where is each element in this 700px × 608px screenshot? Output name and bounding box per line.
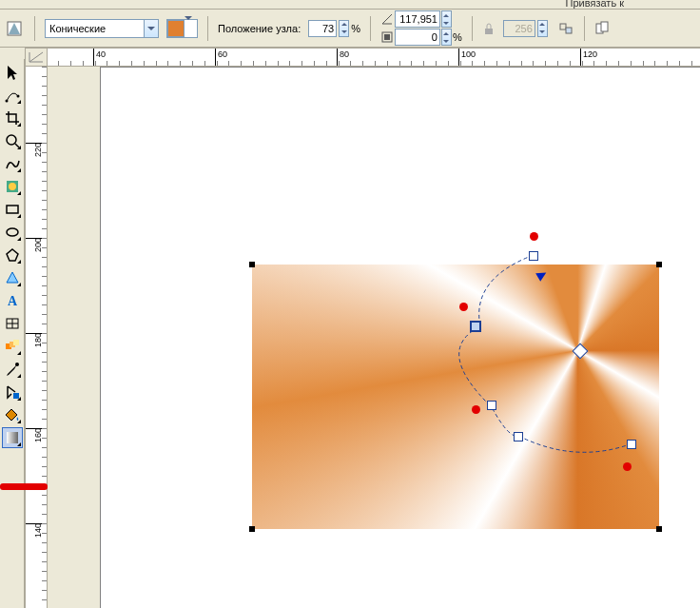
- svg-rect-3: [485, 29, 493, 34]
- divider: [34, 16, 35, 41]
- fill-type-dropdown[interactable]: Конические: [45, 19, 159, 38]
- svg-rect-2: [384, 34, 390, 40]
- horizontal-ruler: 406080100120140: [48, 48, 700, 67]
- fill-type-text: Конические: [46, 23, 144, 34]
- svg-rect-4: [560, 24, 566, 29]
- midpoint-handle[interactable]: [530, 232, 538, 241]
- svg-point-8: [5, 100, 8, 103]
- canvas-area[interactable]: [48, 67, 700, 608]
- interactive-fill-tool[interactable]: [2, 427, 23, 448]
- svg-point-15: [7, 228, 18, 236]
- steps-spinner: [537, 20, 548, 37]
- basic-shapes-tool[interactable]: [2, 267, 23, 288]
- selection-handle[interactable]: [249, 526, 255, 532]
- node-position-label: Положение узла:: [218, 23, 301, 34]
- node-position-spinner[interactable]: [339, 20, 349, 37]
- freehand-tool[interactable]: [2, 153, 23, 174]
- node-position-group: %: [308, 20, 360, 37]
- midpoint-handle[interactable]: [459, 303, 468, 311]
- x-spinner[interactable]: [441, 10, 452, 28]
- lock-icon[interactable]: [482, 22, 496, 35]
- rectangle-tool[interactable]: [2, 199, 23, 220]
- svg-point-9: [16, 95, 19, 98]
- menu-bar-fragment: Привязать к: [0, 0, 700, 10]
- divider: [207, 16, 208, 41]
- percent-label-2: %: [453, 31, 462, 43]
- xy-position-group: %: [380, 10, 462, 46]
- chevron-down-icon[interactable]: [144, 20, 158, 37]
- gradient-node[interactable]: [514, 432, 523, 441]
- toolbox: A: [0, 59, 25, 608]
- svg-point-23: [15, 363, 19, 366]
- annotation-mark: [0, 483, 48, 490]
- svg-point-10: [7, 135, 16, 145]
- smart-fill-tool[interactable]: [2, 176, 23, 197]
- pad-icon: [380, 30, 394, 44]
- svg-text:A: A: [8, 294, 18, 308]
- fill-color-picker[interactable]: [166, 19, 198, 38]
- gradient-node[interactable]: [529, 251, 538, 261]
- snap-label: Привязать к: [566, 0, 624, 9]
- crop-tool[interactable]: [2, 108, 23, 128]
- selection-handle[interactable]: [249, 262, 255, 267]
- zoom-tool[interactable]: [2, 130, 23, 151]
- gradient-node-selected[interactable]: [470, 321, 481, 332]
- gradient-node[interactable]: [487, 401, 496, 410]
- ruler-origin[interactable]: [25, 48, 48, 67]
- y-spinner[interactable]: [441, 29, 452, 46]
- pick-tool[interactable]: [2, 62, 23, 83]
- fill-tool[interactable]: [2, 404, 23, 425]
- angle-icon: [380, 12, 394, 26]
- node-position-input[interactable]: [308, 20, 337, 37]
- color-swatch: [167, 20, 185, 37]
- selection-handle[interactable]: [656, 262, 662, 267]
- svg-rect-5: [566, 28, 572, 33]
- divider: [370, 16, 371, 41]
- edit-fill-icon[interactable]: [4, 18, 25, 39]
- selection-handle[interactable]: [656, 526, 662, 532]
- gradient-fill: [252, 265, 659, 529]
- divider: [584, 16, 585, 41]
- outline-tool[interactable]: [2, 382, 23, 402]
- table-tool[interactable]: [2, 313, 23, 334]
- svg-point-13: [9, 183, 16, 190]
- x-input[interactable]: [395, 10, 440, 28]
- percent-label: %: [351, 23, 360, 34]
- gradient-node[interactable]: [627, 440, 636, 449]
- eyedropper-tool[interactable]: [2, 359, 23, 380]
- ellipse-tool[interactable]: [2, 222, 23, 243]
- blend-tool[interactable]: [2, 336, 23, 357]
- shape-tool[interactable]: [2, 85, 23, 106]
- polygon-tool[interactable]: [2, 245, 23, 265]
- svg-rect-7: [601, 22, 608, 31]
- property-bar: Конические Положение узла: % %: [0, 10, 700, 48]
- chevron-down-icon[interactable]: [185, 20, 197, 37]
- gradient-object[interactable]: [252, 265, 659, 529]
- svg-rect-14: [7, 206, 18, 213]
- midpoint-handle[interactable]: [623, 462, 632, 471]
- text-tool[interactable]: A: [2, 290, 23, 311]
- copy-props-icon[interactable]: [594, 20, 612, 37]
- y-input[interactable]: [395, 29, 440, 46]
- divider: [472, 16, 473, 41]
- midpoint-handle[interactable]: [472, 405, 480, 414]
- vertical-ruler: 240220200180160140120: [25, 67, 48, 608]
- steps-group: [503, 20, 548, 37]
- svg-rect-22: [13, 340, 19, 345]
- options-icon[interactable]: [559, 21, 574, 36]
- steps-input: [503, 20, 535, 37]
